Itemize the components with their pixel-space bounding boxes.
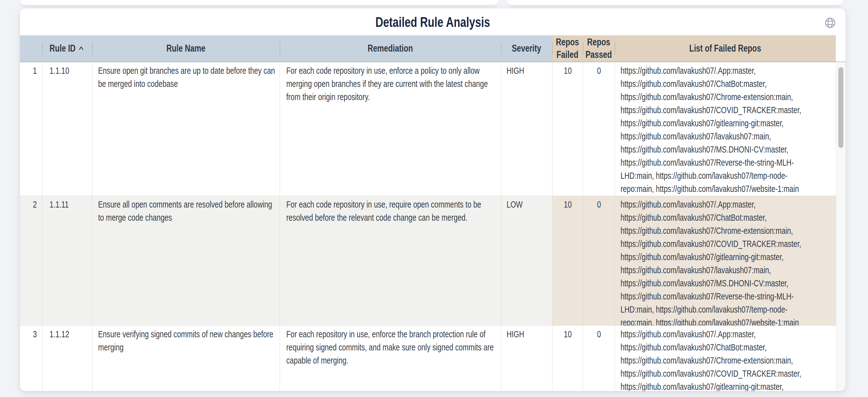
cell-remediation: For each code repository in use, enforce… xyxy=(280,62,501,196)
cell-index: 3 xyxy=(20,326,42,391)
header-cell-severity[interactable]: Severity xyxy=(501,35,552,62)
table-row[interactable]: 31.1.12Ensure verifying signed commits o… xyxy=(20,326,836,391)
vertical-scrollbar[interactable] xyxy=(836,63,845,391)
header-label-rule-id: Rule ID xyxy=(50,43,75,54)
header-label-repos-failed: Repos Failed xyxy=(552,36,583,61)
cell-repos-passed: 0 xyxy=(583,196,615,326)
cell-repos-failed: 10 xyxy=(552,196,583,326)
cell-failed-repos: https://github.com/lavakush07/.App:maste… xyxy=(615,326,836,391)
cell-rule-name: Ensure all open comments are resolved be… xyxy=(92,196,280,326)
cell-rule-id: 1.1.11 xyxy=(42,196,92,326)
cell-repos-passed: 0 xyxy=(583,62,615,196)
cell-rule-name: Ensure open git branches are up to date … xyxy=(92,62,280,196)
cell-repos-failed: 10 xyxy=(552,62,583,196)
cell-severity: LOW xyxy=(501,196,552,326)
header-cell-failed-repos-list[interactable]: List of Failed Repos xyxy=(615,35,836,62)
table-row[interactable]: 21.1.11Ensure all open comments are reso… xyxy=(20,196,836,326)
header-scrollbar-spacer xyxy=(836,35,845,62)
header-label-severity: Severity xyxy=(501,42,552,55)
cell-index: 2 xyxy=(20,196,42,326)
header-label-repos-passed: Repos Passed xyxy=(583,36,615,61)
header-label-remediation: Remediation xyxy=(280,42,501,55)
cell-severity: HIGH xyxy=(501,326,552,391)
globe-icon[interactable] xyxy=(824,17,836,29)
cell-rule-id: 1.1.10 xyxy=(42,62,92,196)
cell-remediation: For each code repository in use, require… xyxy=(280,196,501,326)
header-cell-remediation[interactable]: Remediation xyxy=(280,35,501,62)
cell-rule-name: Ensure verifying signed commits of new c… xyxy=(92,326,280,391)
chevron-up-icon xyxy=(78,43,85,53)
table-row[interactable]: 11.1.10Ensure open git branches are up t… xyxy=(20,62,836,196)
cell-failed-repos: https://github.com/lavakush07/.App:maste… xyxy=(615,196,836,326)
cell-repos-passed: 0 xyxy=(583,326,615,391)
header-cell-repos-failed[interactable]: Repos Failed xyxy=(552,35,583,62)
rule-analysis-table: Rule ID Rule Name Remediation Severity R… xyxy=(20,35,845,391)
header-label-rule-name: Rule Name xyxy=(92,42,280,55)
detailed-rule-analysis-card: Detailed Rule Analysis Rule ID Rule Name… xyxy=(20,8,845,391)
cell-index: 1 xyxy=(20,62,42,196)
cell-failed-repos: https://github.com/lavakush07/.App:maste… xyxy=(615,62,836,196)
cell-remediation: For each repository in use, enforce the … xyxy=(280,326,501,391)
header-label-failed-repos-list: List of Failed Repos xyxy=(615,42,836,55)
header-cell-rule-name[interactable]: Rule Name xyxy=(92,35,280,62)
header-cell-index xyxy=(20,35,42,62)
top-card-left xyxy=(20,0,498,5)
cell-severity: HIGH xyxy=(501,62,552,196)
header-cell-rule-id[interactable]: Rule ID xyxy=(42,35,92,62)
cell-rule-id: 1.1.12 xyxy=(42,326,92,391)
scrollbar-thumb[interactable] xyxy=(838,67,843,148)
table-header-row: Rule ID Rule Name Remediation Severity R… xyxy=(20,35,845,62)
page-title: Detailed Rule Analysis xyxy=(20,8,845,35)
top-card-right xyxy=(507,0,843,5)
cell-repos-failed: 10 xyxy=(552,326,583,391)
header-cell-repos-passed[interactable]: Repos Passed xyxy=(583,35,615,62)
table-body: 11.1.10Ensure open git branches are up t… xyxy=(20,62,836,391)
